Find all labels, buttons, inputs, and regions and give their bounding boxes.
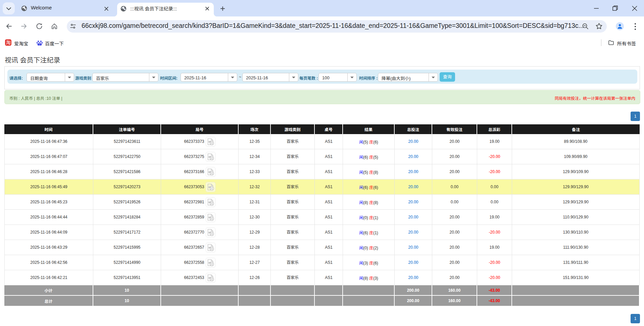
svg-text:du: du bbox=[38, 42, 41, 45]
